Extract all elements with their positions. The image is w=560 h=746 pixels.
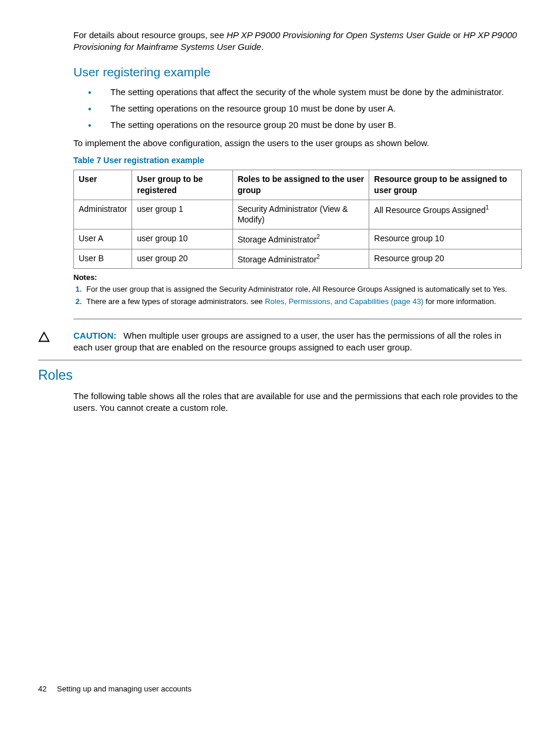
table-row: User B user group 20 Storage Administrat… bbox=[74, 249, 522, 269]
cell-rg: Resource group 20 bbox=[369, 249, 522, 269]
cell-user: User B bbox=[74, 249, 132, 269]
intro-suffix: . bbox=[261, 42, 264, 52]
note-item: There are a few types of storage adminis… bbox=[84, 296, 522, 307]
cell-role: Storage Administrator2 bbox=[232, 229, 369, 249]
bullet-item: The setting operations on the resource g… bbox=[88, 103, 522, 114]
footnote-ref: 2 bbox=[316, 254, 320, 260]
cell-role: Security Administrator (View & Modify) bbox=[232, 200, 369, 229]
caution-block: CAUTION:When multiple user groups are as… bbox=[38, 330, 522, 360]
footnote-ref: 2 bbox=[316, 234, 320, 240]
th-resource-group: Resource group to be assigned to user gr… bbox=[369, 170, 522, 200]
bullet-item: The setting operations on the resource g… bbox=[88, 119, 522, 131]
notes-label: Notes: bbox=[73, 272, 522, 283]
roles-permissions-link[interactable]: Roles, Permissions, and Capabilities (pa… bbox=[265, 297, 423, 306]
th-user: User bbox=[74, 170, 132, 200]
note-pre: There are a few types of storage adminis… bbox=[86, 297, 265, 306]
table-row: User A user group 10 Storage Administrat… bbox=[74, 229, 522, 249]
cell-group: user group 10 bbox=[132, 229, 232, 249]
heading-user-registering-example: User registering example bbox=[73, 64, 522, 80]
caution-icon bbox=[38, 330, 73, 346]
cell-group: user group 20 bbox=[132, 249, 232, 269]
th-group: User group to be registered bbox=[132, 170, 232, 200]
bullet-list: The setting operations that affect the s… bbox=[88, 86, 522, 131]
heading-roles: Roles bbox=[38, 366, 522, 384]
caution-text: CAUTION:When multiple user groups are as… bbox=[73, 330, 522, 354]
footnote-ref: 1 bbox=[485, 204, 489, 211]
notes-block: Notes: For the user group that is assign… bbox=[73, 272, 522, 319]
cell-user: Administrator bbox=[74, 200, 132, 229]
caution-label: CAUTION: bbox=[73, 330, 116, 340]
table-title: Table 7 User registration example bbox=[73, 155, 522, 166]
intro-prefix: For details about resource groups, see bbox=[73, 30, 227, 40]
implement-line: To implement the above configuration, as… bbox=[73, 137, 522, 149]
cell-rg: Resource group 10 bbox=[369, 229, 522, 249]
cell-user: User A bbox=[74, 229, 132, 249]
cell-group: user group 1 bbox=[132, 200, 232, 229]
chapter-title: Setting up and managing user accounts bbox=[57, 684, 191, 693]
roles-paragraph: The following table shows all the roles … bbox=[73, 390, 522, 414]
intro-paragraph: For details about resource groups, see H… bbox=[73, 29, 522, 53]
page-number: 42 bbox=[38, 684, 46, 693]
cell-rg: All Resource Groups Assigned1 bbox=[369, 200, 522, 229]
user-registration-table: User User group to be registered Roles t… bbox=[73, 170, 522, 269]
table-row: Administrator user group 1 Security Admi… bbox=[74, 200, 522, 229]
intro-mid: or bbox=[451, 30, 464, 40]
caution-body: When multiple user groups are assigned t… bbox=[73, 330, 501, 352]
intro-ref1: HP XP P9000 Provisioning for Open System… bbox=[227, 30, 451, 40]
note-item: For the user group that is assigned the … bbox=[84, 284, 522, 295]
bullet-item: The setting operations that affect the s… bbox=[88, 86, 522, 98]
cell-role: Storage Administrator2 bbox=[232, 249, 369, 269]
note-post: for more information. bbox=[423, 297, 496, 306]
th-roles: Roles to be assigned to the user group bbox=[232, 170, 369, 200]
page-footer: 42 Setting up and managing user accounts bbox=[38, 684, 522, 694]
